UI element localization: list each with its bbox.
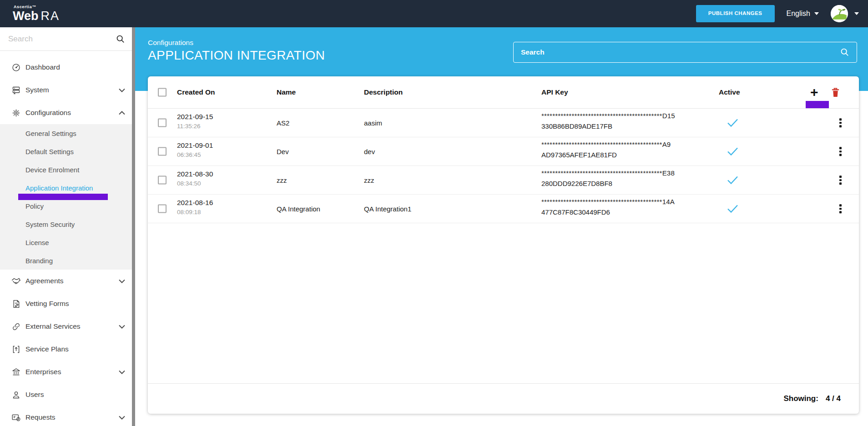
- avatar-plant-logo: [831, 5, 848, 22]
- annotation-highlight-bar: [806, 101, 829, 108]
- gauge-icon: [11, 62, 21, 72]
- chevron-up-icon: [119, 109, 125, 117]
- api-key-masked: ****************************************…: [541, 198, 675, 205]
- table-search-input[interactable]: [521, 48, 840, 56]
- submenu-item-application-integration[interactable]: Application Integration: [0, 179, 135, 197]
- sidebar-item-service-plans[interactable]: Service Plans: [0, 338, 135, 361]
- api-key-suffix: 280DDD9226E7D8BF8: [541, 180, 675, 187]
- sidebar-item-label: Requests: [25, 413, 119, 421]
- submenu-item-general-settings[interactable]: General Settings: [0, 124, 135, 142]
- row-checkbox[interactable]: [158, 119, 167, 127]
- submenu-item-label: Default Settings: [25, 148, 74, 155]
- user-avatar[interactable]: [831, 5, 848, 22]
- integration-name: zzz: [277, 176, 287, 184]
- created-time: 06:36:45: [177, 151, 213, 158]
- submenu-item-label: System Security: [25, 221, 75, 228]
- api-key-masked: ****************************************…: [541, 169, 675, 177]
- api-key-suffix: 330B86BD89ADE17FB: [541, 122, 675, 130]
- sidebar-item-label: Configurations: [25, 109, 119, 117]
- sidebar-search: [0, 27, 135, 51]
- created-time: 08:09:18: [177, 209, 213, 216]
- submenu-item-license[interactable]: License: [0, 233, 135, 251]
- submenu-item-system-security[interactable]: System Security: [0, 215, 135, 233]
- language-selector[interactable]: English: [787, 10, 819, 18]
- column-header-description[interactable]: Description: [364, 88, 403, 96]
- add-integration-button[interactable]: +: [810, 85, 818, 99]
- table-row: 2021-08-30 08:34:50 zzz zzz ************…: [148, 166, 859, 195]
- created-time: 11:35:26: [177, 123, 213, 130]
- page-title: APPLICATION INTEGRATION: [148, 48, 325, 63]
- sidebar-item-label: Enterprises: [25, 368, 119, 376]
- row-checkbox[interactable]: [158, 147, 167, 156]
- search-icon: [840, 48, 849, 57]
- integration-name: Dev: [277, 148, 289, 155]
- row-actions-menu-icon[interactable]: [838, 145, 843, 158]
- table-row: 2021-09-15 11:35:26 AS2 aasim **********…: [148, 109, 859, 137]
- sidebar-search-input[interactable]: [8, 35, 116, 44]
- table-row: 2021-09-01 06:36:45 Dev dev ************…: [148, 137, 859, 166]
- publish-changes-button[interactable]: PUBLISH CHANGES: [696, 5, 775, 22]
- submenu-item-branding[interactable]: Branding: [0, 251, 135, 270]
- api-key-masked: ****************************************…: [541, 112, 675, 120]
- table-search: [513, 42, 857, 63]
- select-all-checkbox[interactable]: [158, 88, 167, 97]
- request-clock-icon: [11, 412, 21, 422]
- language-label: English: [787, 10, 810, 18]
- sidebar-item-dashboard[interactable]: Dashboard: [0, 56, 135, 79]
- sidebar-item-users[interactable]: Users: [0, 383, 135, 406]
- integration-description: QA Integration1: [364, 205, 411, 213]
- created-date: 2021-09-01: [177, 141, 213, 150]
- submenu-item-device-enrolment[interactable]: Device Enrolment: [0, 160, 135, 179]
- active-check-icon: [727, 147, 739, 156]
- column-header-created-on[interactable]: Created On: [177, 88, 215, 96]
- sidebar-item-label: Users: [25, 391, 125, 399]
- column-header-api-key[interactable]: API Key: [541, 88, 568, 96]
- sidebar-item-external-services[interactable]: External Services: [0, 315, 135, 338]
- sidebar-menu: Dashboard System Configurations: [0, 51, 135, 426]
- chevron-down-icon: [119, 413, 125, 421]
- server-icon: [11, 85, 21, 95]
- integration-description: zzz: [364, 176, 374, 184]
- main-content: Configurations APPLICATION INTEGRATION C…: [135, 27, 868, 426]
- sidebar-item-system[interactable]: System: [0, 79, 135, 101]
- delete-icon[interactable]: [831, 87, 840, 97]
- sidebar-item-vetting-forms[interactable]: Vetting Forms: [0, 292, 135, 315]
- active-check-icon: [727, 204, 739, 214]
- showing-label: Showing:: [783, 394, 818, 403]
- row-checkbox[interactable]: [158, 205, 167, 213]
- row-actions-menu-icon[interactable]: [838, 116, 843, 129]
- submenu-item-label: Branding: [25, 257, 53, 265]
- sidebar-item-label: System: [25, 86, 119, 94]
- sidebar-scrollbar[interactable]: [132, 27, 135, 426]
- link-icon: [11, 321, 21, 331]
- submenu-item-default-settings[interactable]: Default Settings: [0, 142, 135, 160]
- sidebar-item-configurations[interactable]: Configurations: [0, 101, 135, 124]
- user-icon: [11, 390, 21, 400]
- bank-icon: [11, 367, 21, 377]
- chevron-down-icon: [814, 12, 819, 15]
- handshake-icon: [11, 276, 21, 286]
- column-header-name[interactable]: Name: [277, 88, 296, 96]
- chevron-down-icon: [119, 368, 125, 376]
- api-key-suffix: 477C87F8C30449FD6: [541, 208, 675, 216]
- integration-name: AS2: [277, 119, 289, 127]
- submenu-item-label: License: [25, 239, 49, 246]
- package-up-icon: [11, 344, 21, 354]
- sidebar-item-agreements[interactable]: Agreements: [0, 270, 135, 292]
- created-time: 08:34:50: [177, 180, 213, 187]
- row-actions-menu-icon[interactable]: [838, 202, 843, 215]
- sidebar-item-label: Agreements: [25, 277, 119, 285]
- row-actions-menu-icon[interactable]: [838, 174, 843, 186]
- sidebar-item-requests[interactable]: Requests: [0, 406, 135, 426]
- configurations-submenu: General Settings Default Settings Device…: [0, 124, 135, 270]
- integration-description: aasim: [364, 119, 382, 127]
- submenu-item-label: Application Integration: [25, 184, 93, 192]
- chevron-down-icon: [119, 86, 125, 94]
- row-checkbox[interactable]: [158, 176, 167, 185]
- brand-ra: RA: [41, 9, 60, 23]
- created-date: 2021-08-30: [177, 170, 213, 178]
- profile-menu-chevron-icon[interactable]: [854, 12, 859, 15]
- sidebar-item-enterprises[interactable]: Enterprises: [0, 361, 135, 383]
- column-header-active[interactable]: Active: [719, 88, 740, 96]
- sidebar: Dashboard System Configurations: [0, 27, 135, 426]
